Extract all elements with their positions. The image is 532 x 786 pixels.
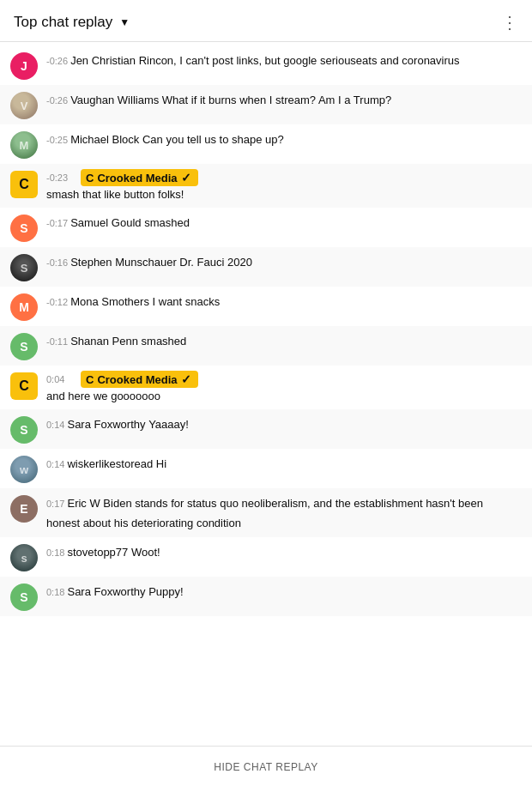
avatar: C (10, 171, 38, 198)
chat-author: Stephen Munschauer (70, 256, 179, 269)
chat-timestamp: 0:18 (46, 587, 67, 597)
chat-timestamp: 0:18 (46, 547, 67, 558)
chat-message: Dr. Fauci 2020 (179, 256, 252, 269)
chat-message: and here we gooooooo (46, 389, 518, 404)
chat-author: stovetopp77 (67, 546, 130, 559)
chat-content: 0:18 Sara Foxworthy Puppy! (46, 582, 518, 601)
avatar: S (10, 583, 38, 611)
chat-timestamp: -0:16 (46, 257, 70, 268)
verified-author-badge: C Crooked Media ✓ (81, 169, 198, 186)
chat-content: -0:17 Samuel Gould smashed (46, 213, 518, 232)
avatar: V (10, 92, 38, 119)
chat-message: Christian Rincon, I can't post links, bu… (92, 54, 460, 67)
chevron-down-icon[interactable]: ▼ (119, 16, 130, 28)
chat-timestamp: 0:14 (46, 420, 67, 430)
chat-content: -0:12 Mona Smothers I want snacks (46, 292, 518, 311)
footer: HIDE CHAT REPLAY (0, 746, 532, 786)
avatar: M (10, 293, 38, 321)
verified-author-badge: C Crooked Media ✓ (81, 371, 198, 388)
chat-content: 0:04C Crooked Media ✓and here we goooooo… (46, 371, 518, 404)
avatar: S (10, 254, 38, 281)
list-item: M-0:25 Michael Block Can you tell us to … (0, 124, 532, 164)
chat-timestamp: -0:25 (46, 135, 70, 145)
avatar: J (10, 52, 38, 80)
list-item: C-0:23C Crooked Media ✓smash that like b… (0, 164, 532, 208)
chat-content: -0:11 Shanan Penn smashed (46, 331, 518, 350)
list-item: S-0:11 Shanan Penn smashed (0, 326, 532, 366)
list-item: S0:14 Sara Foxworthy Yaaaay! (0, 409, 532, 449)
chat-message: smash that like button folks! (46, 187, 518, 203)
chat-author: Shanan Penn (70, 335, 141, 348)
chat-message: Can you tell us to shape up? (142, 133, 284, 146)
chat-message: smashed (142, 335, 187, 348)
avatar: s (10, 544, 38, 571)
avatar: S (10, 215, 38, 242)
chat-author: Sara Foxworthy (67, 418, 148, 431)
list-item: V-0:26 Vaughan Williams What if it burns… (0, 85, 532, 124)
chat-content: -0:26 Jen Christian Rincon, I can't post… (46, 51, 518, 70)
chat-content: 0:18 stovetopp77 Woot! (46, 542, 518, 561)
chat-message: smashed (144, 216, 190, 229)
avatar: E (10, 495, 38, 523)
list-item: M-0:12 Mona Smothers I want snacks (0, 287, 532, 326)
list-item: S0:18 Sara Foxworthy Puppy! (0, 577, 532, 616)
header: Top chat replay ▼ ⋮ (0, 0, 532, 42)
chat-message: Yaaaay! (148, 418, 189, 431)
chat-list: J-0:26 Jen Christian Rincon, I can't pos… (0, 42, 532, 746)
header-title: Top chat replay (14, 14, 112, 31)
list-item: S-0:16 Stephen Munschauer Dr. Fauci 2020 (0, 247, 532, 287)
chat-timestamp: -0:26 (46, 95, 70, 106)
chat-author: Mona Smothers (70, 295, 152, 308)
chat-timestamp: -0:17 (46, 218, 70, 228)
chat-author: Samuel Gould (70, 216, 144, 229)
chat-author: Michael Block (70, 133, 142, 146)
list-item: w0:14 wiskerlikestoread Hi (0, 449, 532, 488)
chat-message: I want snacks (153, 295, 221, 308)
chat-content: -0:23C Crooked Media ✓smash that like bu… (46, 169, 518, 203)
chat-author: wiskerlikestoread (67, 457, 155, 470)
chat-message: Woot! (131, 546, 160, 559)
chat-author: Sara Foxworthy (67, 585, 148, 598)
avatar: S (10, 416, 38, 444)
chat-content: 0:14 Sara Foxworthy Yaaaay! (46, 414, 518, 433)
avatar: w (10, 456, 38, 483)
avatar: M (10, 131, 38, 159)
chat-timestamp: -0:11 (46, 336, 70, 347)
list-item: J-0:26 Jen Christian Rincon, I can't pos… (0, 45, 532, 85)
list-item: C0:04C Crooked Media ✓and here we gooooo… (0, 366, 532, 409)
avatar: S (10, 333, 38, 360)
chat-author: Vaughan Williams (70, 94, 162, 106)
chat-content: -0:16 Stephen Munschauer Dr. Fauci 2020 (46, 252, 518, 271)
chat-author: Jen (70, 54, 92, 67)
list-item: E0:17 Eric W Biden stands for status quo… (0, 488, 532, 537)
list-item: S-0:17 Samuel Gould smashed (0, 208, 532, 247)
chat-message: Puppy! (148, 585, 183, 598)
chat-message: Biden stands for status quo neoliberalis… (46, 497, 483, 529)
chat-message: Hi (156, 457, 166, 470)
chat-content: 0:17 Eric W Biden stands for status quo … (46, 493, 518, 532)
chat-content: -0:26 Vaughan Williams What if it burns … (46, 90, 518, 109)
more-options-icon[interactable]: ⋮ (501, 12, 518, 33)
chat-timestamp: -0:12 (46, 297, 70, 307)
avatar: C (10, 372, 38, 400)
chat-author: Eric W (67, 497, 103, 510)
chat-timestamp: 0:04 (46, 374, 76, 384)
chat-timestamp: 0:14 (46, 459, 67, 469)
hide-chat-replay-button[interactable]: HIDE CHAT REPLAY (214, 761, 317, 773)
chat-content: 0:14 wiskerlikestoread Hi (46, 454, 518, 473)
list-item: s0:18 stovetopp77 Woot! (0, 537, 532, 577)
chat-timestamp: 0:17 (46, 499, 67, 509)
chat-timestamp: -0:23 (46, 172, 76, 183)
chat-message: What if it burns when I stream? Am I a T… (162, 94, 391, 106)
header-left: Top chat replay ▼ (14, 14, 130, 31)
chat-timestamp: -0:26 (46, 56, 70, 66)
chat-content: -0:25 Michael Block Can you tell us to s… (46, 130, 518, 148)
